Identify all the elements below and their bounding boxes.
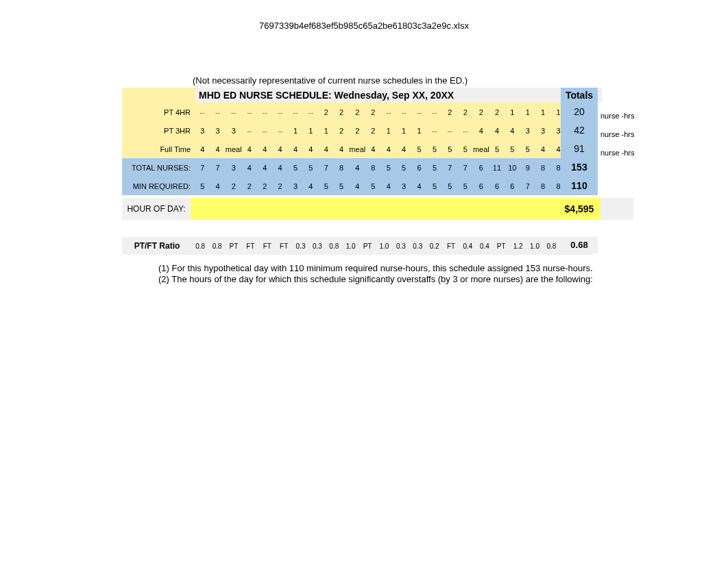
cell: 2 [226, 177, 242, 195]
cell: 4 [288, 140, 303, 158]
row-label-pt3: PT 3HR [122, 121, 195, 140]
cell: -- [288, 103, 303, 121]
row-label-ft: Full Time [122, 140, 195, 158]
cell: 11 [489, 158, 505, 177]
cell: 8 [365, 158, 380, 177]
cell: 8 [334, 158, 349, 177]
cell: 2 [334, 103, 349, 121]
cell: 4 [303, 177, 318, 195]
cell: PT [359, 237, 376, 255]
note-1: (1) For this hypothetical day with 110 m… [158, 263, 593, 274]
cell: FT [259, 237, 276, 255]
total-cost: $4,595 [561, 198, 598, 220]
cell: 5 [442, 177, 457, 195]
schedule-grid: PT 4HR -- -- -- -- -- -- -- -- 2 2 2 2 -… [122, 103, 602, 195]
totals-column: 20 42 91 153 110 [561, 103, 598, 195]
hour-of-day-row: HOUR OF DAY: [122, 198, 602, 220]
cell: 5 [458, 140, 473, 158]
cell: 5 [396, 158, 411, 177]
cell: 2 [489, 103, 505, 121]
cell: 4 [473, 121, 489, 140]
cell: 3 [195, 121, 210, 140]
cell: 4 [396, 140, 411, 158]
unit-nursehrs: nurse -hrs [600, 107, 642, 125]
title-row: MHD ED NURSE SCHEDULE: Wednesday, Sep XX… [122, 88, 602, 103]
cell: 2 [442, 103, 457, 121]
cell: -- [396, 103, 411, 121]
cell: 7 [319, 158, 334, 177]
cell: 4 [257, 140, 272, 158]
cell: 3 [396, 177, 411, 195]
row-fulltime: Full Time 4 4 meal 4 4 4 4 4 4 4 meal 4 … [122, 140, 566, 158]
cell: -- [272, 121, 287, 140]
cell: 5 [458, 177, 473, 195]
cell: PT [226, 237, 242, 255]
cell: -- [303, 103, 318, 121]
cell: 1 [381, 121, 396, 140]
cell: 6 [489, 177, 505, 195]
title-left-pad [122, 88, 196, 103]
note-2: (2) The hours of the day for which this … [158, 274, 593, 285]
cell: 1 [505, 103, 520, 121]
cell: 5 [319, 177, 334, 195]
cell: meal [473, 140, 489, 158]
cell: 2 [349, 103, 365, 121]
total-ft: 91 [561, 140, 598, 158]
cell: 7 [442, 158, 457, 177]
cell: 4 [489, 121, 505, 140]
cell: -- [272, 103, 287, 121]
cell: 3 [226, 121, 242, 140]
cell: 8 [535, 177, 550, 195]
cell: 5 [427, 177, 442, 195]
row-label-ratio: PT/FT Ratio [122, 237, 192, 255]
unit-nursehrs: nurse -hrs [600, 125, 642, 144]
cell: 2 [242, 177, 257, 195]
cell: 5 [411, 140, 426, 158]
row-label-hour: HOUR OF DAY: [122, 198, 191, 220]
cell: 7 [520, 177, 535, 195]
cell: 1 [535, 103, 550, 121]
cell: 4 [210, 177, 225, 195]
cell: 2 [334, 121, 349, 140]
cell: -- [427, 103, 442, 121]
cell: 0.8 [208, 237, 225, 255]
cell: -- [257, 121, 272, 140]
cell: meal [349, 140, 365, 158]
cell: -- [242, 103, 257, 121]
cell: 9 [520, 158, 535, 177]
cell: 2 [349, 121, 365, 140]
hour-of-day-strip [191, 198, 602, 220]
cell: -- [226, 103, 242, 121]
row-label-min: MIN REQUIRED: [122, 177, 195, 195]
cell: 7 [210, 158, 225, 177]
cell: 4 [257, 158, 272, 177]
cell: 5 [427, 158, 442, 177]
row-min-required: MIN REQUIRED: 5 4 2 2 2 2 3 4 5 5 4 5 4 … [122, 177, 566, 195]
total-pt3: 42 [561, 121, 598, 140]
cell: 4 [242, 140, 257, 158]
cell: FT [276, 237, 292, 255]
cell: FT [242, 237, 258, 255]
cell: 6 [505, 177, 520, 195]
cell: 0.3 [409, 237, 426, 255]
cell: -- [210, 103, 225, 121]
cell: 1.0 [343, 237, 359, 255]
cell: 0.3 [309, 237, 326, 255]
total-min: 110 [561, 177, 598, 195]
cell: 0.4 [459, 237, 476, 255]
unit-nursehrs: nurse -hrs [600, 144, 642, 162]
cell: 4 [535, 140, 550, 158]
cell: 4 [349, 158, 365, 177]
row-pt3hr: PT 3HR 3 3 3 -- -- -- 1 1 1 2 2 2 1 1 1 … [122, 121, 566, 140]
cell: 0.2 [426, 237, 442, 255]
cell: 0.8 [192, 237, 208, 255]
cell: 1.2 [509, 237, 526, 255]
cell: 5 [381, 158, 396, 177]
cell: 8 [535, 158, 550, 177]
cell: -- [427, 121, 442, 140]
cell: 5 [303, 158, 318, 177]
cell: 5 [505, 140, 520, 158]
cell: 6 [473, 177, 489, 195]
caveat-note: (Not necessarily representative of curre… [193, 75, 468, 86]
cell: 4 [195, 140, 210, 158]
